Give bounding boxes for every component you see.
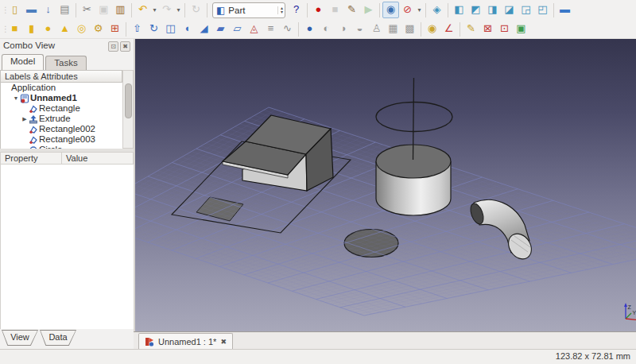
panel-close-icon[interactable]: ✖ xyxy=(120,41,130,52)
cylinder-primitive-button[interactable]: ▮ xyxy=(23,21,40,37)
paste-button[interactable]: ▥ xyxy=(112,2,129,18)
tree-item-rectangle[interactable]: Rectangle xyxy=(1,103,122,114)
sweep-button[interactable]: ∿ xyxy=(279,21,296,37)
toolbar-separator xyxy=(460,22,460,37)
tab-model[interactable]: Model xyxy=(2,54,44,70)
freecad-doc-icon xyxy=(145,337,154,347)
panel-float-icon[interactable]: ⊡ xyxy=(108,41,118,52)
measure-clear-button[interactable]: ⊠ xyxy=(479,21,496,37)
toolbar-separator xyxy=(379,3,380,17)
measure-refresh-button[interactable]: ✎ xyxy=(463,21,479,37)
tree-item-unnamed1[interactable]: ▼Unnamed1 xyxy=(1,93,122,103)
loft-button[interactable]: ≡ xyxy=(262,21,279,37)
toolbar-separator xyxy=(553,3,554,17)
toolbar-separator xyxy=(207,3,207,17)
workbench-spinner[interactable]: ▴▾ xyxy=(277,6,283,14)
tree-scrollbar[interactable] xyxy=(122,70,134,149)
tree-item-rectangle003[interactable]: Rectangle003 xyxy=(1,134,122,145)
draw-style-dropdown[interactable]: ▾ xyxy=(416,6,423,14)
draw-style-button[interactable]: ⊘ xyxy=(399,2,416,18)
axis-y-label: Y xyxy=(633,310,636,316)
redo-dropdown[interactable]: ▾ xyxy=(175,6,182,14)
offset-button[interactable]: ◬ xyxy=(246,21,262,37)
make-face-button[interactable]: ▰ xyxy=(212,21,229,37)
tab-data[interactable]: Data xyxy=(40,330,76,346)
fillet-button[interactable]: ◖ xyxy=(179,21,196,37)
measure-toggle-3d-button[interactable]: ▣ xyxy=(513,21,529,37)
extrude-button[interactable]: ⇧ xyxy=(129,21,145,37)
cut-button[interactable]: ✂ xyxy=(79,2,95,18)
workbench-selector[interactable]: ◧Part▴▾ xyxy=(212,2,285,18)
front-view-button[interactable]: ◧ xyxy=(451,2,467,18)
toolbar-separator xyxy=(131,3,132,17)
document-tab-label: Unnamed1 : 1* xyxy=(158,337,216,347)
part-toolbar: ⋮■▮●▲◎⚙⊞⇧↻◫◖◢▰▱◬≡∿●◐◑◒♙▦▩◉∠✎⊠⊡▣ xyxy=(0,20,636,39)
toolbar-separator xyxy=(126,22,126,37)
mirror-button[interactable]: ◫ xyxy=(162,21,179,37)
3d-viewport[interactable]: Z Y X xyxy=(135,39,636,331)
shape-builder-button[interactable]: ⊞ xyxy=(107,21,123,37)
document-tab[interactable]: Unnamed1 : 1* ✖ xyxy=(138,333,233,350)
create-primitives-button[interactable]: ⚙ xyxy=(90,21,107,37)
freecad-window: ⋮▯▬↓▤✂▣▥↶▾↷▾↻◧Part▴▾?●■✎▶◉⊘▾◈◧◩◨◪◲◰▬ ⋮■▮… xyxy=(0,0,636,364)
tree-item-rectangle002[interactable]: Rectangle002 xyxy=(1,124,122,134)
box-primitive-button[interactable]: ■ xyxy=(6,21,23,37)
ruled-surface-button[interactable]: ▱ xyxy=(229,21,246,37)
bottom-view-button[interactable]: ◲ xyxy=(518,2,534,18)
property-table-header: Property Value xyxy=(0,152,134,165)
boolean-common-button[interactable]: ◑ xyxy=(335,21,351,37)
torus-primitive-button[interactable]: ◎ xyxy=(73,21,90,37)
measure-toggle-button[interactable]: ▬ xyxy=(556,2,573,18)
undo-dropdown[interactable]: ▾ xyxy=(151,6,158,14)
cone-primitive-button[interactable]: ▲ xyxy=(56,21,73,37)
model-tree[interactable]: Application▼Unnamed1Rectangle▶ExtrudeRec… xyxy=(0,83,122,149)
boolean-cut-button[interactable]: ◐ xyxy=(318,21,335,37)
copy-button: ▣ xyxy=(95,2,112,18)
print-button[interactable]: ▤ xyxy=(56,2,73,18)
workbench-cube-icon: ◧ xyxy=(216,5,225,16)
left-view-button[interactable]: ◰ xyxy=(534,2,551,18)
right-view-button[interactable]: ◨ xyxy=(484,2,501,18)
revolve-button[interactable]: ↻ xyxy=(145,21,162,37)
tree-item-application[interactable]: Application xyxy=(1,83,122,93)
measure-linear-button[interactable]: ◉ xyxy=(424,21,440,37)
compound-filter-button[interactable]: ▩ xyxy=(401,21,418,37)
tree-scrollbar-thumb[interactable] xyxy=(125,83,132,118)
sphere-primitive-button[interactable]: ● xyxy=(40,21,56,37)
measure-toggle-all-button[interactable]: ⊡ xyxy=(496,21,513,37)
property-column-header[interactable]: Property xyxy=(0,152,62,165)
tree-expander-icon[interactable]: ▼ xyxy=(12,93,20,103)
save-button[interactable]: ↓ xyxy=(40,2,56,18)
document-icon xyxy=(20,94,30,103)
chamfer-button[interactable]: ◢ xyxy=(196,21,212,37)
measure-angular-button[interactable]: ∠ xyxy=(440,21,457,37)
compound-button[interactable]: ▦ xyxy=(385,21,401,37)
labels-attributes-header: Labels & Attributes xyxy=(0,70,122,83)
toolbar-separator xyxy=(425,3,426,17)
toolbar-separator xyxy=(184,3,185,17)
rear-view-button[interactable]: ◪ xyxy=(501,2,518,18)
open-button[interactable]: ▬ xyxy=(23,2,40,18)
extrude-icon xyxy=(29,114,39,124)
tab-view[interactable]: View xyxy=(2,330,38,346)
cross-sections-button[interactable]: ♙ xyxy=(368,21,385,37)
value-column-header[interactable]: Value xyxy=(62,152,134,165)
new-document-button[interactable]: ▯ xyxy=(6,2,23,18)
undo-button[interactable]: ↶ xyxy=(134,2,151,18)
top-view-button[interactable]: ◩ xyxy=(467,2,484,18)
macro-stop-button: ■ xyxy=(327,2,343,18)
macro-record-button[interactable]: ● xyxy=(310,2,327,18)
tree-expander-icon[interactable]: ▶ xyxy=(21,114,29,124)
whats-this-button[interactable]: ? xyxy=(288,2,304,18)
tab-tasks[interactable]: Tasks xyxy=(45,56,86,70)
axonometric-view-button[interactable]: ◈ xyxy=(429,2,445,18)
property-table-body[interactable] xyxy=(0,165,134,329)
fit-all-button[interactable]: ◉ xyxy=(382,2,399,18)
tab-close-icon[interactable]: ✖ xyxy=(220,338,227,346)
tree-item-label: Unnamed1 xyxy=(30,93,77,103)
macro-edit-button[interactable]: ✎ xyxy=(343,2,360,18)
boolean-union-button[interactable]: ● xyxy=(301,21,318,37)
macro-play-button: ▶ xyxy=(360,2,377,18)
section-button[interactable]: ◒ xyxy=(351,21,368,37)
tree-item-extrude[interactable]: ▶Extrude xyxy=(1,114,122,124)
